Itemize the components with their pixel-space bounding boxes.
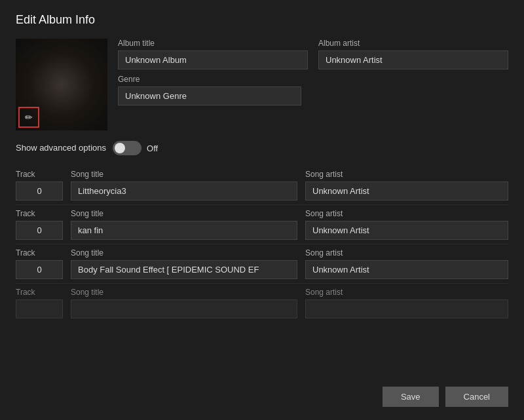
song-artist-label-2: Song artist [305,248,508,258]
song-artist-input-1[interactable] [305,221,508,240]
song-row: Track Song title Song artist [16,244,508,284]
song-artist-input-0[interactable] [305,181,508,200]
track-label-0: Track [16,170,63,179]
song-artist-label-1: Song artist [305,209,508,218]
advanced-options-row: Show advanced options Off [16,141,508,155]
track-group-3: Track [16,288,63,318]
track-input-3[interactable] [16,299,63,318]
top-section: ✏ Album title Album artist Genre [16,39,508,130]
album-title-input[interactable] [118,50,308,69]
track-input-1[interactable] [16,221,63,240]
song-title-label-2: Song title [71,248,297,258]
track-label-3: Track [16,288,63,297]
song-title-label-3: Song title [71,288,297,297]
album-fields: Album title Album artist Genre [118,39,508,130]
song-title-label-0: Song title [71,170,297,179]
toggle-state-label: Off [147,143,158,153]
song-artist-group-0: Song artist [305,170,508,200]
genre-input[interactable] [118,86,301,105]
genre-group: Genre [118,75,508,105]
song-row: Track Song title Song artist [16,166,508,205]
album-artist-input[interactable] [318,50,508,69]
song-artist-group-1: Song artist [305,209,508,240]
edit-album-art-button[interactable]: ✏ [18,107,39,128]
track-group-2: Track [16,248,63,279]
track-label-2: Track [16,248,63,258]
album-artist-label: Album artist [318,39,508,48]
song-title-group-0: Song title [71,170,297,200]
album-title-label: Album title [118,39,308,48]
advanced-options-toggle[interactable] [113,141,141,155]
song-title-input-1[interactable] [71,221,297,240]
track-input-2[interactable] [16,260,63,279]
song-artist-input-2[interactable] [305,260,508,279]
song-artist-label-3: Song artist [305,288,508,297]
song-title-group-2: Song title [71,248,297,279]
track-group-0: Track [16,170,63,200]
song-artist-input-3[interactable] [305,299,508,318]
song-title-group-3: Song title [71,288,297,318]
album-title-artist-row: Album title Album artist [118,39,508,69]
song-row: Track Song title Song artist [16,284,508,322]
pencil-icon: ✏ [25,112,33,123]
track-input-0[interactable] [16,181,63,200]
dialog-title: Edit Album Info [16,13,508,27]
song-title-input-2[interactable] [71,260,297,279]
toggle-container: Off [113,141,158,155]
song-title-group-1: Song title [71,209,297,240]
song-artist-group-2: Song artist [305,248,508,279]
cancel-button[interactable]: Cancel [445,387,508,407]
genre-label: Genre [118,75,508,84]
album-art-container: ✏ [16,39,107,130]
song-title-input-3[interactable] [71,299,297,318]
song-artist-group-3: Song artist [305,288,508,318]
song-title-label-1: Song title [71,209,297,218]
toggle-knob [115,143,125,153]
edit-album-dialog: Edit Album Info ✏ Album title Album arti… [0,0,524,420]
song-title-input-0[interactable] [71,181,297,200]
song-artist-label-0: Song artist [305,170,508,179]
songs-section: Track Song title Song artist Track Song … [16,166,508,376]
album-title-group: Album title [118,39,308,69]
track-group-1: Track [16,209,63,240]
advanced-options-label: Show advanced options [16,143,106,154]
song-row: Track Song title Song artist [16,205,508,244]
track-label-1: Track [16,209,63,218]
save-button[interactable]: Save [383,387,439,407]
dialog-footer: Save Cancel [16,379,508,407]
album-artist-group: Album artist [318,39,508,69]
